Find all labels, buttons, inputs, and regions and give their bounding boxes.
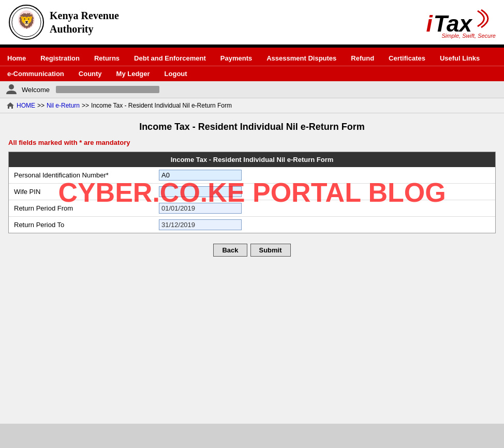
itax-i: i [426, 11, 433, 37]
input-pin-wrap [159, 170, 490, 181]
nav-certificates[interactable]: Certificates [381, 51, 433, 66]
nav-my-ledger[interactable]: My Ledger [109, 66, 157, 81]
form-row-period-from: Return Period From [9, 200, 495, 217]
nav-logout[interactable]: Logout [157, 66, 195, 81]
welcome-username [56, 86, 159, 93]
home-icon [6, 101, 14, 110]
input-pin[interactable] [159, 170, 242, 181]
nav-ecommunication[interactable]: e-Communication [0, 66, 71, 81]
input-wife-pin[interactable] [159, 186, 242, 197]
input-period-to[interactable] [159, 219, 242, 230]
breadcrumb: HOME >> Nil e-Return >> Income Tax - Res… [0, 98, 504, 113]
kra-name: Kenya Revenue Authority [50, 9, 119, 36]
label-wife-pin: Wife PIN [14, 188, 159, 196]
nav-home[interactable]: Home [0, 51, 33, 66]
form-container: Income Tax - Resident Individual Nil e-R… [8, 152, 496, 233]
svg-text:🦁: 🦁 [18, 12, 36, 29]
nav-row2: e-Communication County My Ledger Logout [0, 66, 504, 81]
itax-brand: i Tax [426, 6, 496, 37]
nav-row1: Home Registration Returns Debt and Enfor… [0, 51, 504, 66]
breadcrumb-home[interactable]: HOME [17, 102, 35, 109]
form-row-wife-pin: Wife PIN [9, 184, 495, 200]
form-row-pin: Personal Identification Number* [9, 167, 495, 184]
mandatory-note: All fields marked with * are mandatory [8, 139, 496, 146]
nav-county[interactable]: County [71, 66, 109, 81]
welcome-label: Welcome [22, 86, 50, 94]
nav-refund[interactable]: Refund [344, 51, 381, 66]
itax-tagline: Simple, Swift, Secure [441, 33, 496, 39]
person-icon [5, 83, 18, 96]
kra-logo-area: 🦁 Kenya Revenue Authority [8, 4, 119, 40]
nav-debt[interactable]: Debt and Enforcement [127, 51, 213, 66]
main-content: Income Tax - Resident Individual Nil e-R… [0, 113, 504, 424]
back-button[interactable]: Back [213, 244, 247, 257]
input-period-to-wrap [159, 219, 490, 230]
form-body: Personal Identification Number* Wife PIN… [9, 167, 495, 233]
button-row: Back Submit [8, 244, 496, 257]
label-pin: Personal Identification Number* [14, 171, 159, 179]
input-period-from[interactable] [159, 203, 242, 214]
input-period-from-wrap [159, 203, 490, 214]
breadcrumb-nil-ereturn[interactable]: Nil e-Return [47, 102, 80, 109]
label-period-to: Return Period To [14, 221, 159, 229]
nav-useful-links[interactable]: Useful Links [433, 51, 487, 66]
label-period-from: Return Period From [14, 204, 159, 212]
form-row-period-to: Return Period To [9, 217, 495, 233]
welcome-bar: Welcome [0, 81, 504, 98]
submit-button[interactable]: Submit [250, 244, 291, 257]
page-title: Income Tax - Resident Individual Nil e-R… [8, 122, 496, 132]
kra-name-text: Kenya Revenue Authority [50, 9, 119, 36]
breadcrumb-current: Income Tax - Resident Individual Nil e-R… [91, 102, 232, 109]
nav-payments[interactable]: Payments [213, 51, 259, 66]
header: 🦁 Kenya Revenue Authority i Tax Simple, … [0, 0, 504, 46]
itax-swoosh-icon [475, 6, 496, 32]
kra-emblem-icon: 🦁 [8, 4, 45, 40]
form-header: Income Tax - Resident Individual Nil e-R… [9, 152, 495, 167]
nav-assessment[interactable]: Assessment Disputes [259, 51, 344, 66]
itax-logo-area: i Tax Simple, Swift, Secure [426, 6, 496, 39]
nav-registration[interactable]: Registration [33, 51, 87, 66]
input-wife-pin-wrap [159, 186, 490, 197]
svg-point-4 [9, 84, 14, 89]
nav-returns[interactable]: Returns [87, 51, 127, 66]
